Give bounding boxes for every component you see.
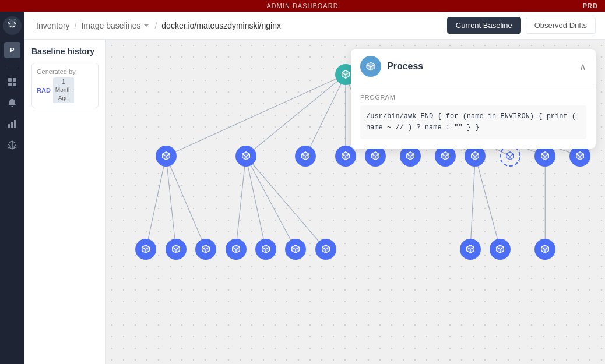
l1-node-9[interactable] [534,146,555,167]
scale-icon[interactable] [3,136,22,154]
observed-drifts-button[interactable]: Observed Drifts [526,17,596,34]
svg-line-32 [475,156,500,249]
svg-point-5 [15,22,16,23]
svg-rect-7 [13,78,16,82]
l2-node-1-2[interactable] [285,239,306,260]
bell-icon[interactable] [3,94,22,112]
breadcrumb-sep-1: / [72,21,79,30]
svg-rect-11 [11,122,13,128]
l1-node-8[interactable] [500,146,520,167]
process-body: Program /usr/bin/awk END { for (name in … [351,84,596,149]
history-item-value: RAD 1 Month Ago [37,77,93,103]
process-title-group: Process [360,56,423,77]
chevron-down-icon [143,22,150,29]
svg-line-13 [166,75,346,156]
l1-node-2[interactable] [295,146,316,167]
graph-area[interactable]: Process ∧ Program /usr/bin/awk END { for… [106,40,605,364]
header-actions: Current Baseline Observed Drifts [447,17,596,34]
rad-badge: RAD [37,87,51,94]
breadcrumb-image-baselines[interactable]: Image baselines [79,19,152,33]
l1-node-1[interactable] [235,146,256,167]
process-icon [360,56,381,77]
l1-node-10[interactable] [569,146,590,167]
svg-line-30 [246,156,326,249]
l1-node-7[interactable] [465,146,486,167]
breadcrumb-sep-2: / [152,21,159,30]
app-logo [3,16,22,35]
process-code: /usr/bin/awk END { for (name in ENVIRON)… [360,105,586,139]
svg-line-25 [166,156,176,249]
l1-node-3[interactable] [335,146,356,167]
process-popup: Process ∧ Program /usr/bin/awk END { for… [351,49,596,149]
l2-node-0-1[interactable] [166,239,187,260]
panel-title: Baseline history [31,47,99,56]
sidebar-divider [6,68,18,68]
header-nav: Inventory / Image baselines / docker.io/… [24,12,605,40]
svg-point-4 [9,22,10,23]
svg-line-26 [166,156,206,249]
svg-line-31 [470,156,476,249]
breadcrumb-current: docker.io/mateuszdyminski/nginx [159,19,283,33]
left-panel: Baseline history Generated by RAD 1 Mont… [24,40,106,364]
history-item: Generated by RAD 1 Month Ago [31,63,99,108]
l2-node-0-0[interactable] [135,239,156,260]
svg-line-28 [246,156,266,249]
process-title: Process [387,61,423,72]
l2-node-0-2[interactable] [195,239,216,260]
svg-rect-9 [13,83,16,86]
app-layout: P [0,12,605,364]
current-baseline-button[interactable]: Current Baseline [447,17,521,34]
admin-bar: ADMIN DASHBOARD PRD [0,0,605,12]
l2-node-7-1[interactable] [490,239,511,260]
grid-icon[interactable] [3,73,22,91]
l2-node-7-0[interactable] [460,239,481,260]
l1-node-4[interactable] [365,146,386,167]
l2-node-1-0[interactable] [226,239,247,260]
time-badge: 1 Month Ago [53,77,74,103]
avatar: P [4,42,20,58]
l1-node-0[interactable] [156,146,177,167]
l2-node-9-0[interactable] [534,239,555,260]
svg-line-24 [146,156,166,249]
l2-node-1-1[interactable] [255,239,276,260]
content-area: Inventory / Image baselines / docker.io/… [24,12,605,364]
svg-rect-10 [8,124,10,128]
svg-line-15 [305,75,345,156]
svg-rect-12 [14,120,16,128]
svg-line-14 [246,75,346,156]
chart-icon[interactable] [3,115,22,133]
process-program-label: Program [360,94,586,101]
sidebar: P [0,12,24,364]
l1-node-6[interactable] [435,146,456,167]
admin-bar-title: ADMIN DASHBOARD [266,2,338,9]
svg-line-29 [246,156,296,249]
svg-rect-6 [8,78,12,82]
breadcrumb-inventory[interactable]: Inventory [34,19,72,33]
l1-node-5[interactable] [400,146,421,167]
svg-line-27 [236,156,246,249]
prd-badge: PRD [583,2,598,9]
svg-rect-8 [8,83,12,86]
process-collapse-button[interactable]: ∧ [579,61,586,72]
body-split: Baseline history Generated by RAD 1 Mont… [24,40,605,364]
l2-node-1-3[interactable] [315,239,336,260]
process-header: Process ∧ [351,49,596,84]
history-item-label: Generated by [37,68,93,75]
